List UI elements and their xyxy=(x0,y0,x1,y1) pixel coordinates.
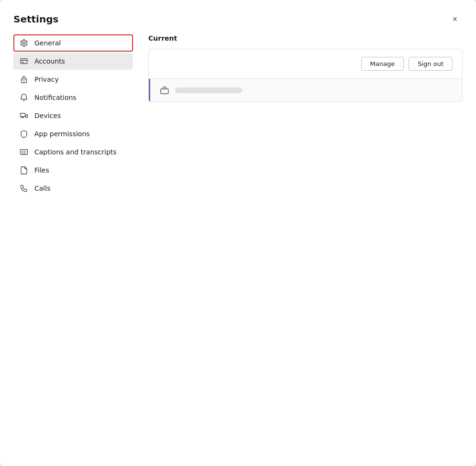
sidebar-label-files: Files xyxy=(34,166,49,174)
account-card-top: Manage Sign out xyxy=(149,49,462,79)
sidebar-label-app-permissions: App permissions xyxy=(34,130,90,138)
svg-rect-5 xyxy=(21,113,25,117)
sign-out-button[interactable]: Sign out xyxy=(409,57,453,71)
close-button[interactable]: × xyxy=(447,11,463,27)
dialog-header: Settings × xyxy=(0,0,476,33)
sidebar-label-calls: Calls xyxy=(34,184,50,192)
section-title: Current xyxy=(148,34,463,42)
sidebar-item-app-permissions[interactable]: App permissions xyxy=(13,125,133,142)
phone-icon xyxy=(19,184,29,193)
svg-rect-9 xyxy=(161,89,168,94)
sidebar-label-devices: Devices xyxy=(34,112,61,119)
sidebar-item-general[interactable]: General xyxy=(13,34,133,52)
dialog-title: Settings xyxy=(13,13,58,25)
devices-icon xyxy=(19,111,29,120)
main-content: Current Manage Sign out xyxy=(133,33,463,453)
shield-icon xyxy=(19,129,29,139)
sidebar-label-general: General xyxy=(34,39,61,47)
sidebar-item-files[interactable]: Files xyxy=(13,162,133,179)
sidebar-item-captions[interactable]: CC Captions and transcripts xyxy=(13,143,133,161)
briefcase-icon xyxy=(160,86,169,95)
gear-icon xyxy=(19,38,29,48)
sidebar-item-devices[interactable]: Devices xyxy=(13,107,133,124)
account-card: Manage Sign out xyxy=(148,49,463,102)
svg-text:CC: CC xyxy=(22,151,26,154)
sidebar-item-notifications[interactable]: Notifications xyxy=(13,89,133,106)
sidebar-label-accounts: Accounts xyxy=(34,57,65,65)
sidebar-label-privacy: Privacy xyxy=(34,76,59,83)
manage-button[interactable]: Manage xyxy=(361,57,404,71)
sidebar-label-captions: Captions and transcripts xyxy=(34,148,117,156)
account-card-bottom xyxy=(149,79,462,102)
file-icon xyxy=(19,165,29,175)
settings-dialog: Settings × General xyxy=(0,0,476,466)
account-name-placeholder xyxy=(175,87,242,93)
lock-icon xyxy=(19,75,29,84)
sidebar-item-calls[interactable]: Calls xyxy=(13,180,133,197)
dialog-body: General Accounts xyxy=(0,33,476,466)
accounts-icon xyxy=(19,56,29,66)
sidebar: General Accounts xyxy=(13,33,133,453)
svg-point-4 xyxy=(23,80,24,81)
sidebar-item-privacy[interactable]: Privacy xyxy=(13,71,133,88)
sidebar-label-notifications: Notifications xyxy=(34,94,77,101)
cc-icon: CC xyxy=(19,147,29,157)
svg-rect-6 xyxy=(26,115,28,118)
sidebar-item-accounts[interactable]: Accounts xyxy=(13,53,133,70)
svg-rect-0 xyxy=(21,59,27,64)
bell-icon xyxy=(19,93,29,102)
